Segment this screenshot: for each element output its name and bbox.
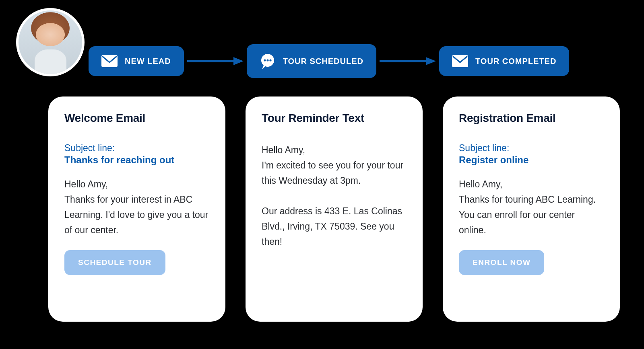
- stage-label: TOUR COMPLETED: [475, 57, 556, 66]
- envelope-icon: [452, 55, 468, 67]
- card-title: Welcome Email: [64, 112, 209, 125]
- arrow-icon: [187, 57, 244, 65]
- card-title: Tour Reminder Text: [262, 112, 407, 125]
- subject-line-label: Subject line:: [459, 143, 604, 154]
- email-body: Hello Amy, Thanks for touring ABC Learni…: [459, 177, 604, 238]
- svg-marker-2: [233, 57, 244, 65]
- envelope-icon: [101, 55, 118, 67]
- svg-point-5: [264, 59, 266, 61]
- stage-tour-scheduled: TOUR SCHEDULED: [247, 44, 376, 78]
- card-registration-email: Registration Email Subject line: Registe…: [443, 96, 620, 322]
- email-body: Hello Amy, Thanks for your interest in A…: [64, 177, 209, 238]
- svg-point-7: [269, 59, 271, 61]
- subject-line-value: Register online: [459, 154, 604, 166]
- divider: [262, 132, 407, 132]
- arrow-icon: [380, 57, 436, 65]
- card-tour-reminder: Tour Reminder Text Hello Amy, I'm excite…: [246, 96, 423, 322]
- stage-tour-completed: TOUR COMPLETED: [439, 46, 569, 76]
- svg-point-6: [266, 59, 268, 61]
- card-title: Registration Email: [459, 112, 604, 125]
- divider: [64, 132, 209, 132]
- stage-label: TOUR SCHEDULED: [283, 57, 363, 66]
- subject-line-value: Thanks for reaching out: [64, 154, 209, 166]
- stage-label: NEW LEAD: [125, 57, 171, 66]
- subject-line-label: Subject line:: [64, 143, 209, 154]
- stage-row: NEW LEAD TOUR SCHEDULED T: [89, 44, 628, 78]
- enroll-now-button[interactable]: ENROLL NOW: [459, 250, 544, 275]
- divider: [459, 132, 604, 132]
- stage-new-lead: NEW LEAD: [89, 46, 184, 76]
- text-body: Hello Amy, I'm excited to see you for yo…: [262, 143, 407, 250]
- schedule-tour-button[interactable]: SCHEDULE TOUR: [64, 250, 165, 275]
- card-welcome-email: Welcome Email Subject line: Thanks for r…: [48, 96, 225, 322]
- lead-avatar: [16, 8, 85, 76]
- cards-row: Welcome Email Subject line: Thanks for r…: [48, 96, 620, 322]
- chat-icon: [260, 53, 276, 69]
- svg-marker-9: [426, 57, 436, 65]
